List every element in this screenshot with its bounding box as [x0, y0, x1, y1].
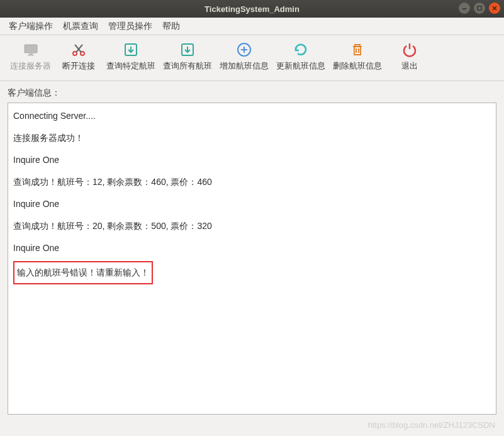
- window-controls: [459, 3, 500, 14]
- log-line-error: 输入的航班号错误！请重新输入！: [17, 267, 149, 277]
- minimize-button[interactable]: [459, 3, 470, 14]
- svg-rect-5: [29, 53, 33, 55]
- connect-label: 连接服务器: [10, 60, 51, 72]
- download-box-icon: [179, 42, 196, 58]
- menu-client-ops[interactable]: 客户端操作: [4, 18, 58, 35]
- menu-help[interactable]: 帮助: [157, 18, 185, 35]
- window-title: TicketingSystem_Admin: [0, 4, 504, 14]
- add-flight-button[interactable]: 增加航班信息: [216, 39, 272, 74]
- svg-rect-1: [478, 6, 481, 10]
- scissors-icon: [70, 42, 87, 58]
- monitor-icon: [23, 42, 39, 58]
- log-line: Connecting Server....: [13, 109, 491, 123]
- delete-label: 删除航班信息: [333, 60, 382, 72]
- log-line: 连接服务器成功！: [13, 131, 491, 145]
- svg-rect-6: [28, 55, 34, 56]
- titlebar: TicketingSystem_Admin: [0, 0, 504, 18]
- toolbar: 连接服务器 断开连接 查询特定航班 查询所有航班 增加航班信息 更新航班信息: [0, 35, 504, 81]
- log-line: 查询成功！航班号：20, 剩余票数：500, 票价：320: [13, 220, 491, 233]
- close-button[interactable]: [489, 3, 500, 14]
- svg-rect-4: [25, 45, 37, 53]
- query-all-button[interactable]: 查询所有航班: [159, 39, 216, 74]
- svg-line-10: [75, 45, 81, 52]
- add-label: 增加航班信息: [220, 60, 269, 72]
- watermark: https://blog.csdn.net/ZHJ123CSDN: [368, 420, 495, 430]
- update-flight-button[interactable]: 更新航班信息: [272, 39, 329, 74]
- log-textarea[interactable]: Connecting Server.... 连接服务器成功！ Inquire O…: [8, 103, 496, 415]
- delete-flight-button[interactable]: 删除航班信息: [329, 39, 386, 74]
- error-highlight: 输入的航班号错误！请重新输入！: [13, 261, 153, 284]
- query-one-button[interactable]: 查询特定航班: [103, 39, 159, 74]
- menubar: 客户端操作 机票查询 管理员操作 帮助: [0, 18, 504, 35]
- log-line: 查询成功！航班号：12, 剩余票数：460, 票价：460: [13, 176, 491, 189]
- menu-ticket-query[interactable]: 机票查询: [58, 18, 103, 35]
- disconnect-button[interactable]: 断开连接: [55, 39, 103, 74]
- connect-server-button: 连接服务器: [6, 39, 55, 74]
- disconnect-label: 断开连接: [62, 60, 95, 72]
- download-box-icon: [123, 42, 139, 58]
- log-line: Inquire One: [13, 242, 491, 255]
- query-one-label: 查询特定航班: [106, 60, 155, 72]
- content-area: 客户端信息： Connecting Server.... 连接服务器成功！ In…: [0, 81, 504, 421]
- client-info-label: 客户端信息：: [8, 87, 496, 99]
- exit-button[interactable]: 退出: [386, 39, 434, 74]
- refresh-icon: [293, 42, 309, 58]
- menu-admin-ops[interactable]: 管理员操作: [103, 18, 157, 35]
- plus-circle-icon: [236, 42, 252, 58]
- query-all-label: 查询所有航班: [163, 60, 212, 72]
- trash-icon: [349, 42, 366, 58]
- maximize-button[interactable]: [474, 3, 485, 14]
- svg-line-9: [76, 45, 82, 52]
- log-line: Inquire One: [13, 198, 491, 211]
- update-label: 更新航班信息: [276, 60, 325, 72]
- power-icon: [401, 42, 418, 58]
- log-line: Inquire One: [13, 154, 491, 167]
- exit-label: 退出: [401, 60, 418, 72]
